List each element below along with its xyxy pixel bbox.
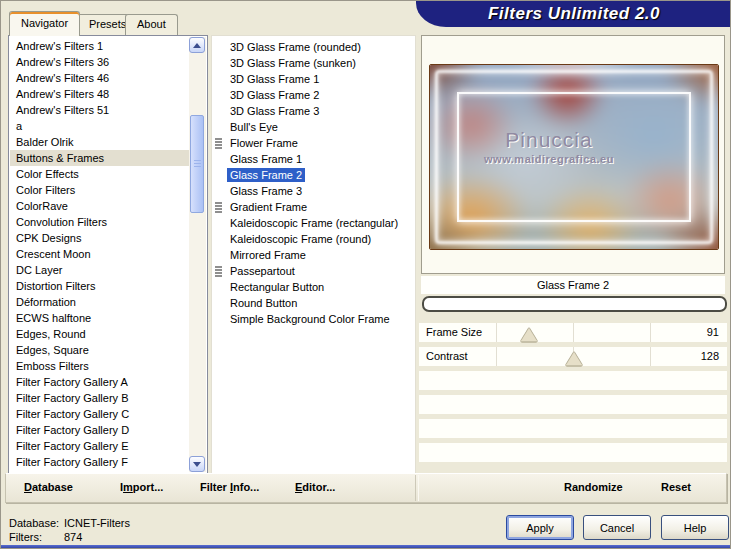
slider-thumb[interactable] xyxy=(521,328,537,341)
category-item[interactable]: Distortion Filters xyxy=(10,278,189,294)
category-item[interactable]: Edges, Square xyxy=(10,342,189,358)
filter-item[interactable]: Gradient Frame xyxy=(212,199,415,215)
preview-image[interactable] xyxy=(429,64,719,250)
preview-box xyxy=(421,35,725,274)
category-item[interactable]: Filter Factory Gallery D xyxy=(10,422,189,438)
category-item[interactable]: Andrew's Filters 48 xyxy=(10,86,189,102)
category-scrollbar[interactable] xyxy=(189,37,206,472)
category-item[interactable]: Andrew's Filters 51 xyxy=(10,102,189,118)
toolbar-button-reset[interactable]: Reset xyxy=(661,481,691,493)
category-item[interactable]: Filter Factory Gallery E xyxy=(10,438,189,454)
category-list-panel: Andrew's Filters 1Andrew's Filters 36And… xyxy=(8,35,208,474)
category-item[interactable]: CPK Designs xyxy=(10,230,189,246)
category-item[interactable]: Edges, Round xyxy=(10,326,189,342)
filter-item-label: Rectangular Button xyxy=(227,280,327,294)
category-item[interactable]: Emboss Filters xyxy=(10,358,189,374)
filter-item[interactable]: Simple Background Color Frame xyxy=(212,311,415,327)
tab-navigator[interactable]: Navigator xyxy=(9,11,80,36)
glass-frame-inner-ring xyxy=(457,92,691,222)
toolbar-button-filter-info[interactable]: Filter Info... xyxy=(200,481,259,493)
status-filters-value: 874 xyxy=(64,531,82,543)
toolbar-button-randomize[interactable]: Randomize xyxy=(564,481,623,493)
app-title-banner: Filters Unlimited 2.0 xyxy=(416,1,731,27)
category-item[interactable]: Buttons & Frames xyxy=(10,150,189,166)
filter-item[interactable]: Kaleidoscopic Frame (rectangular) xyxy=(212,215,415,231)
category-item[interactable]: Andrew's Filters 46 xyxy=(10,70,189,86)
toolbar: DatabaseImport...Filter Info...Editor...… xyxy=(5,473,727,503)
filter-item[interactable]: Mirrored Frame xyxy=(212,247,415,263)
filter-item[interactable]: 3D Glass Frame (rounded) xyxy=(212,39,415,55)
filter-item[interactable]: Glass Frame 1 xyxy=(212,151,415,167)
filter-item[interactable]: Flower Frame xyxy=(212,135,415,151)
scrollbar-down-button[interactable] xyxy=(189,456,205,472)
category-item[interactable]: DC Layer xyxy=(10,262,189,278)
arrow-up-icon xyxy=(193,43,201,48)
category-list: Andrew's Filters 1Andrew's Filters 36And… xyxy=(10,38,189,470)
category-item[interactable]: Convolution Filters xyxy=(10,214,189,230)
slider-label: Frame Size xyxy=(426,323,482,342)
filter-item[interactable]: Glass Frame 3 xyxy=(212,183,415,199)
category-item[interactable]: Filter Factory Gallery B xyxy=(10,390,189,406)
category-item[interactable]: Filter Factory Gallery F xyxy=(10,454,189,470)
filter-item-label: 3D Glass Frame 1 xyxy=(227,72,322,86)
slider-label: Contrast xyxy=(426,347,468,366)
category-item[interactable]: Andrew's Filters 36 xyxy=(10,54,189,70)
category-item[interactable]: Filter Factory Gallery A xyxy=(10,374,189,390)
category-item[interactable]: Filter Factory Gallery C xyxy=(10,406,189,422)
filter-item[interactable]: 3D Glass Frame 1 xyxy=(212,71,415,87)
apply-button[interactable]: Apply xyxy=(506,515,574,540)
filter-item-label: 3D Glass Frame (rounded) xyxy=(227,40,364,54)
scrollbar-up-button[interactable] xyxy=(189,37,205,53)
category-item[interactable]: Color Effects xyxy=(10,166,189,182)
category-item[interactable]: Balder Olrik xyxy=(10,134,189,150)
filter-item[interactable]: Glass Frame 2 xyxy=(212,167,415,183)
preview-caption: Glass Frame 2 xyxy=(421,276,725,294)
filter-item-label: 3D Glass Frame (sunken) xyxy=(227,56,359,70)
filter-item[interactable]: Kaleidoscopic Frame (round) xyxy=(212,231,415,247)
empty-slider-row xyxy=(419,443,727,462)
category-item[interactable]: Andrew's Filters 1 xyxy=(10,38,189,54)
filter-item-label: Flower Frame xyxy=(227,136,301,150)
preset-stack-icon xyxy=(215,202,222,213)
slider-row[interactable]: Frame Size91 xyxy=(419,323,727,342)
filter-item[interactable]: Bull's Eye xyxy=(212,119,415,135)
filter-item-label: Passepartout xyxy=(227,264,298,278)
toolbar-button-editor[interactable]: Editor... xyxy=(295,481,335,493)
filter-item[interactable]: Rectangular Button xyxy=(212,279,415,295)
toolbar-button-database[interactable]: Database xyxy=(24,481,73,493)
status-database-value: ICNET-Filters xyxy=(64,517,130,529)
preset-stack-icon xyxy=(215,138,222,149)
cancel-button[interactable]: Cancel xyxy=(583,515,651,540)
status-filters-label: Filters: xyxy=(9,531,42,543)
empty-slider-row xyxy=(419,419,727,438)
slider-tick xyxy=(496,347,497,366)
tab-about[interactable]: About xyxy=(125,14,178,35)
slider-tick xyxy=(496,323,497,342)
window-bottom-edge xyxy=(1,545,730,548)
help-button[interactable]: Help xyxy=(661,515,729,540)
category-item[interactable]: Crescent Moon xyxy=(10,246,189,262)
slider-tick xyxy=(573,323,574,342)
scrollbar-thumb[interactable] xyxy=(190,115,204,213)
filter-item-label: Simple Background Color Frame xyxy=(227,312,393,326)
filter-item[interactable]: Passepartout xyxy=(212,263,415,279)
filter-item[interactable]: 3D Glass Frame 2 xyxy=(212,87,415,103)
filter-item-label: Glass Frame 1 xyxy=(227,152,305,166)
empty-slider-row xyxy=(419,395,727,414)
toolbar-button-import[interactable]: Import... xyxy=(120,481,163,493)
filter-item-label: 3D Glass Frame 2 xyxy=(227,88,322,102)
slider-tick xyxy=(650,323,651,342)
category-item[interactable]: ECWS halftone xyxy=(10,310,189,326)
category-item[interactable]: Déformation xyxy=(10,294,189,310)
filter-item[interactable]: 3D Glass Frame (sunken) xyxy=(212,55,415,71)
empty-slider-row xyxy=(419,371,727,390)
filter-item-label: Glass Frame 2 xyxy=(227,168,305,182)
slider-row[interactable]: Contrast128 xyxy=(419,347,727,366)
category-item[interactable]: ColorRave xyxy=(10,198,189,214)
category-item[interactable]: a xyxy=(10,118,189,134)
filter-item[interactable]: Round Button xyxy=(212,295,415,311)
slider-thumb[interactable] xyxy=(566,352,582,365)
filter-item[interactable]: 3D Glass Frame 3 xyxy=(212,103,415,119)
status-database-label: Database: xyxy=(9,517,59,529)
category-item[interactable]: Color Filters xyxy=(10,182,189,198)
